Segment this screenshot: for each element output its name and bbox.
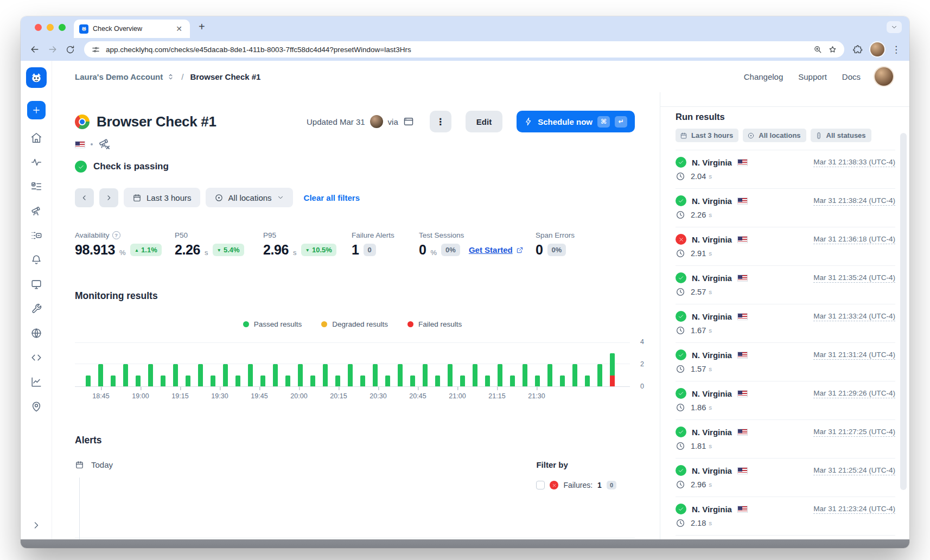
chart-bar[interactable] [473,364,477,386]
chart-bar[interactable] [98,364,103,386]
time-range-filter-button[interactable]: Last 3 hours [124,188,200,207]
back-button[interactable] [29,44,40,55]
chart-bar[interactable] [348,364,353,386]
user-avatar[interactable] [875,67,893,86]
chart-bar[interactable] [273,364,278,386]
scrollbar[interactable] [900,133,907,490]
chart-bar[interactable] [423,364,428,386]
chart-bar[interactable] [223,364,228,386]
tab-close-icon[interactable]: ✕ [174,24,184,34]
run-timestamp-link[interactable]: Mar 31 21:31:24 (UTC-4) [813,351,895,360]
chip-time-range[interactable]: Last 3 hours [676,129,738,142]
chart-bar[interactable] [310,376,315,387]
chart-bar[interactable] [535,376,540,387]
chart-bar[interactable] [86,376,91,387]
chart-bar[interactable] [323,364,328,386]
run-result-row[interactable]: N. Virginia Mar 31 21:29:26 (UTC-4) 1.86… [676,381,895,420]
previous-period-button[interactable] [75,188,94,207]
sidebar-item-dashboards[interactable] [30,278,42,290]
chart-bar[interactable] [460,376,465,387]
chart-bar[interactable] [285,376,290,387]
sidebar-item-snippets[interactable] [30,352,42,364]
chart-bar[interactable] [360,376,365,387]
chart-bar[interactable] [298,364,303,386]
address-bar[interactable]: app.checklyhq.com/checks/e45dacab-8de1-4… [84,41,844,58]
sidebar-item-explore[interactable] [30,205,42,217]
account-switcher-icon[interactable] [167,73,175,81]
chart-bar[interactable] [161,376,165,387]
chart-bar[interactable] [435,376,440,387]
chart-bar[interactable] [485,376,490,387]
bookmark-star-icon[interactable] [828,45,837,54]
run-timestamp-link[interactable]: Mar 31 21:38:24 (UTC-4) [813,196,895,206]
chart-bar[interactable] [211,376,215,387]
checkly-logo-icon[interactable] [26,67,47,88]
run-result-row[interactable]: N. Virginia Mar 31 21:27:25 (UTC-4) 1.81… [676,420,895,459]
run-result-row[interactable]: N. Virginia Mar 31 21:38:33 (UTC-4) 2.04… [676,150,895,189]
chart-bar[interactable] [186,376,190,387]
chart-bar[interactable] [448,364,453,386]
forward-button[interactable] [47,44,58,55]
clear-all-filters-link[interactable]: Clear all filters [304,193,360,202]
chart-bar[interactable] [335,376,340,387]
chart-bar[interactable] [597,364,602,386]
run-timestamp-link[interactable]: Mar 31 21:27:25 (UTC-4) [813,428,895,437]
edit-button[interactable]: Edit [466,111,502,132]
chip-locations[interactable]: All locations [743,129,806,142]
chart-bar[interactable] [123,364,128,386]
updated-by-avatar[interactable] [370,115,383,128]
sidebar-item-logs[interactable] [30,230,42,241]
sidebar-item-analytics[interactable] [30,376,42,388]
reload-button[interactable] [65,44,75,55]
failures-checkbox[interactable] [536,481,545,489]
run-timestamp-link[interactable]: Mar 31 21:35:24 (UTC-4) [813,273,895,283]
extensions-icon[interactable] [853,44,863,55]
chart-bar[interactable] [136,376,141,387]
new-tab-button[interactable]: + [199,21,205,33]
chart-bar[interactable] [198,364,203,386]
run-result-row[interactable]: N. Virginia Mar 31 21:36:18 (UTC-4) 2.91… [676,227,895,266]
chart-bar[interactable] [547,364,552,386]
run-result-row[interactable]: N. Virginia Mar 31 21:38:24 (UTC-4) 2.26… [676,189,895,227]
chart-bar[interactable] [173,364,178,386]
chart-bar[interactable] [385,376,390,387]
sidebar-item-maintenance[interactable] [30,303,42,315]
site-info-icon[interactable] [91,45,100,54]
chart-bar[interactable] [398,364,403,386]
chart-bar[interactable] [148,364,153,386]
breadcrumb-account[interactable]: Laura's Demo Account [75,72,163,81]
run-timestamp-link[interactable]: Mar 31 21:33:24 (UTC-4) [813,312,895,321]
help-icon[interactable]: ? [112,231,120,239]
run-timestamp-link[interactable]: Mar 31 21:25:24 (UTC-4) [813,466,895,475]
run-timestamp-link[interactable]: Mar 31 21:23:24 (UTC-4) [813,505,895,514]
nav-link-docs[interactable]: Docs [842,72,861,81]
get-started-link[interactable]: Get Started [469,245,524,254]
run-result-row[interactable]: N. Virginia Mar 31 21:23:24 (UTC-4) 2.18… [676,497,895,536]
nav-link-support[interactable]: Support [798,72,827,81]
run-result-row[interactable]: N. Virginia Mar 31 21:25:24 (UTC-4) 2.96… [676,459,895,497]
run-timestamp-link[interactable]: Mar 31 21:29:26 (UTC-4) [813,389,895,398]
chart-bar[interactable] [572,364,577,386]
window-zoom-button[interactable] [59,24,66,31]
chart-bar[interactable] [498,364,502,386]
run-result-row[interactable]: N. Virginia Mar 31 21:35:24 (UTC-4) 2.57… [676,266,895,304]
create-new-button[interactable] [27,101,46,119]
run-result-row[interactable]: N. Virginia Mar 31 21:31:24 (UTC-4) 1.57… [676,343,895,381]
window-minimize-button[interactable] [47,24,54,31]
window-close-button[interactable] [35,24,42,31]
more-actions-button[interactable]: ⋮ [430,111,451,132]
chart-bar[interactable] [610,353,615,387]
chart-bar[interactable] [585,376,590,387]
chip-statuses[interactable]: All statuses [811,129,871,142]
sidebar-item-checks[interactable] [30,181,42,193]
chart-bar[interactable] [410,376,415,387]
schedule-now-button[interactable]: Schedule now ⌘ ↵ [517,111,635,132]
run-timestamp-link[interactable]: Mar 31 21:38:33 (UTC-4) [813,158,895,167]
chart-bar[interactable] [373,364,378,386]
tab-search-chevron-icon[interactable] [887,21,902,33]
chart-bar[interactable] [560,376,565,387]
run-result-row[interactable]: N. Virginia Mar 31 21:33:24 (UTC-4) 1.67… [676,304,895,343]
nav-link-changelog[interactable]: Changelog [744,72,784,81]
browser-tab[interactable]: Check Overview ✕ [74,20,190,38]
chart-bar[interactable] [260,376,265,387]
